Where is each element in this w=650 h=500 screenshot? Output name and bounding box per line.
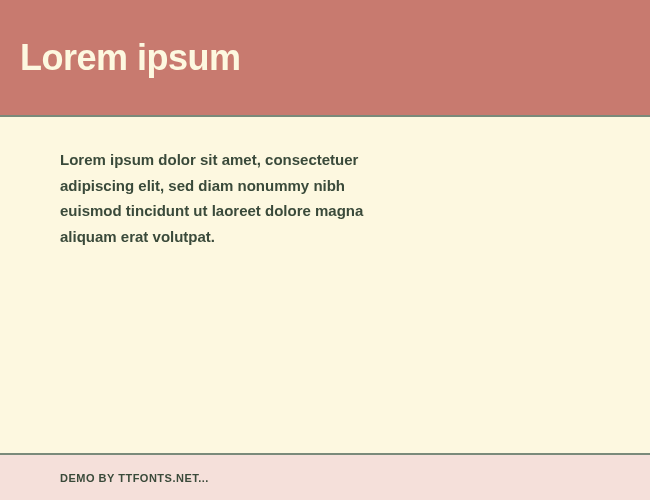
footer: DEMO BY TTFONTS.NET... [0,455,650,500]
header: Lorem ipsum [0,0,650,115]
body-text: Lorem ipsum dolor sit amet, consectetuer… [60,147,400,249]
content-area: Lorem ipsum dolor sit amet, consectetuer… [0,117,650,453]
footer-text: DEMO BY TTFONTS.NET... [60,472,209,484]
page-title: Lorem ipsum [20,37,241,79]
